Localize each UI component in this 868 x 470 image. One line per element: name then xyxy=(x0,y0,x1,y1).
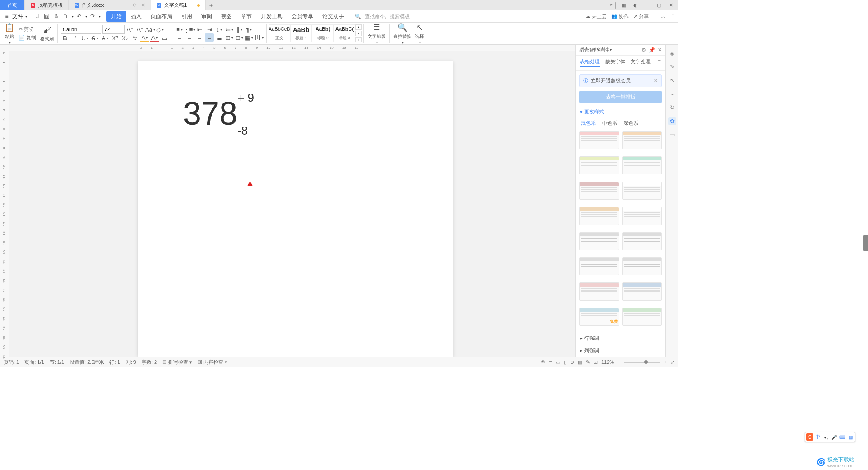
format-painter-button[interactable]: 🖌格式刷 xyxy=(38,24,56,43)
table-style-thumb[interactable] xyxy=(622,156,662,174)
status-content[interactable]: ☒ 内容检查 ▾ xyxy=(198,359,227,366)
share-button[interactable]: ↗ 分享 xyxy=(633,13,649,20)
superscript-icon[interactable]: X² xyxy=(110,34,119,42)
table-style-thumb[interactable] xyxy=(622,207,662,225)
layout1-icon[interactable]: ≡ xyxy=(549,359,552,365)
align-left-icon[interactable]: ≡ xyxy=(175,33,184,42)
save-icon[interactable]: 🖫 xyxy=(33,12,41,20)
status-spell[interactable]: ☒ 拼写检查 ▾ xyxy=(162,359,192,366)
col-emphasis-toggle[interactable]: ▸ 列强调 xyxy=(576,344,665,357)
search-icon[interactable]: 🔍 xyxy=(355,14,361,19)
clear-format-icon[interactable]: ◇▾ xyxy=(156,25,165,33)
table-style-thumb[interactable] xyxy=(622,182,662,200)
close-button[interactable]: ✕ xyxy=(667,2,675,9)
copy-button[interactable]: 📄 复制 xyxy=(17,33,38,42)
table-style-thumb[interactable] xyxy=(579,257,619,275)
status-page-num[interactable]: 页码: 1 xyxy=(4,359,19,366)
strikethrough-icon[interactable]: S̶▾ xyxy=(90,34,99,42)
align-justify-icon[interactable]: ≡ xyxy=(205,33,214,42)
apps-icon[interactable]: ▦ xyxy=(620,2,627,9)
status-page[interactable]: 页面: 1/1 xyxy=(24,359,44,366)
numbering-icon[interactable]: ⋮≡▾ xyxy=(185,25,194,33)
expand-icon[interactable]: ⤢ xyxy=(670,359,675,365)
table-style-thumb[interactable]: 免费 xyxy=(579,308,619,326)
color-tab-dark[interactable]: 深色系 xyxy=(623,120,638,127)
file-menu[interactable]: 文件 xyxy=(12,13,23,20)
change-style-toggle[interactable]: ▾ 更改样式 xyxy=(576,107,665,117)
status-words[interactable]: 字数: 2 xyxy=(142,359,157,366)
subscript-icon[interactable]: X₂ xyxy=(120,34,129,42)
cloud-status[interactable]: ☁ 未上云 xyxy=(585,13,607,20)
tab-left-icon[interactable]: ⇐▾ xyxy=(225,25,234,33)
link-icon[interactable]: ⫘ xyxy=(668,90,676,98)
zoom-in-icon[interactable]: + xyxy=(664,359,667,365)
menu-tab-insert[interactable]: 插入 xyxy=(126,11,146,22)
coop-button[interactable]: 👥 协作 xyxy=(611,13,629,20)
fit-icon[interactable]: ⊡ xyxy=(594,359,598,365)
shrink-font-icon[interactable]: A⁻ xyxy=(136,25,145,33)
badge-icon[interactable]: 21 xyxy=(609,2,616,9)
table-style-thumb[interactable] xyxy=(579,156,619,174)
bullets-icon[interactable]: ≡▾ xyxy=(175,25,184,33)
refresh-icon[interactable]: ↻ xyxy=(668,103,676,112)
select-button[interactable]: ↖选择▾ xyxy=(413,22,426,46)
panel-tab-table[interactable]: 表格处理 xyxy=(580,58,600,67)
tab-doc2[interactable]: W 文字文稿1 xyxy=(151,0,206,10)
table-style-thumb[interactable] xyxy=(579,282,619,301)
find-replace-button[interactable]: 🔍查找替换▾ xyxy=(392,22,413,46)
menu-tab-view[interactable]: 视图 xyxy=(217,11,236,22)
print-preview-icon[interactable]: 🗟 xyxy=(42,12,51,20)
typeset-button[interactable]: ≣文字排版▾ xyxy=(366,22,387,46)
cursor-icon[interactable]: ↖ xyxy=(668,76,676,85)
zoom-slider[interactable] xyxy=(624,362,660,363)
char-border-icon[interactable]: ▭ xyxy=(160,34,169,42)
show-marks-icon[interactable]: ¶▾ xyxy=(245,25,254,33)
bold-icon[interactable]: B xyxy=(61,34,70,42)
panel-action-button[interactable]: 表格一键排版 xyxy=(579,91,662,103)
color-tab-mid[interactable]: 中色系 xyxy=(602,120,617,127)
menu-tab-reference[interactable]: 引用 xyxy=(177,11,197,22)
row-emphasis-toggle[interactable]: ▸ 行强调 xyxy=(576,332,665,344)
hamburger-icon[interactable]: ≡ xyxy=(3,12,11,20)
chevron-down-icon[interactable]: ▾ xyxy=(25,14,27,19)
paste-button[interactable]: 📋粘贴▾ xyxy=(3,22,16,46)
style-normal[interactable]: AaBbCcD正文 xyxy=(269,24,290,42)
web-icon[interactable]: ⊕ xyxy=(570,359,574,365)
avatar-icon[interactable]: ◐ xyxy=(632,2,639,9)
align-right-icon[interactable]: ≡ xyxy=(195,33,204,42)
text-effect-icon[interactable]: A▾ xyxy=(100,34,109,42)
style-h1[interactable]: AaBb标题 1 xyxy=(290,24,312,42)
underline-icon[interactable]: U▾ xyxy=(80,34,90,42)
tab-close-icon[interactable]: ✕ xyxy=(141,2,145,8)
maximize-button[interactable]: ▢ xyxy=(656,2,663,9)
outline-icon[interactable]: ▤ xyxy=(578,359,582,365)
eye-icon[interactable]: 👁 xyxy=(541,359,546,365)
cut-button[interactable]: ✂ 剪切 xyxy=(17,25,38,33)
collapse-ribbon-icon[interactable]: ︿ xyxy=(661,13,666,20)
menu-tab-layout[interactable]: 页面布局 xyxy=(146,11,177,22)
color-tab-light[interactable]: 浅色系 xyxy=(581,120,596,127)
highlight-icon[interactable]: A▾ xyxy=(140,34,149,42)
menu-tab-dev[interactable]: 开发工具 xyxy=(256,11,287,22)
menu-tab-review[interactable]: 审阅 xyxy=(197,11,217,22)
change-case-icon[interactable]: Aa▾ xyxy=(146,25,155,33)
table-style-thumb[interactable] xyxy=(579,232,619,250)
star-icon[interactable]: ✿ xyxy=(668,117,676,125)
layout2-icon[interactable]: ▭ xyxy=(556,359,560,365)
table-style-thumb[interactable] xyxy=(622,308,662,326)
line-spacing-icon[interactable]: ‖▾ xyxy=(235,25,244,33)
new-tab-button[interactable]: ＋ xyxy=(206,0,217,10)
table-style-thumb[interactable] xyxy=(579,131,619,149)
document-text[interactable]: 378+ 9 -8 xyxy=(183,97,254,162)
diamond-icon[interactable]: ◈ xyxy=(668,49,676,57)
book-icon[interactable]: ▭ xyxy=(668,131,676,139)
phonetic-icon[interactable]: ㄅ xyxy=(130,34,139,42)
tab-sync-icon[interactable]: ⟳ xyxy=(133,2,137,8)
panel-menu-icon[interactable]: ≡ xyxy=(658,58,661,67)
pin-icon[interactable]: 📌 xyxy=(649,47,655,53)
decrease-indent-icon[interactable]: ⇤ xyxy=(195,25,204,33)
align-center-icon[interactable]: ≡ xyxy=(185,33,194,42)
menu-tab-section[interactable]: 章节 xyxy=(236,11,256,22)
table-style-thumb[interactable] xyxy=(579,207,619,225)
italic-icon[interactable]: I xyxy=(71,34,80,42)
